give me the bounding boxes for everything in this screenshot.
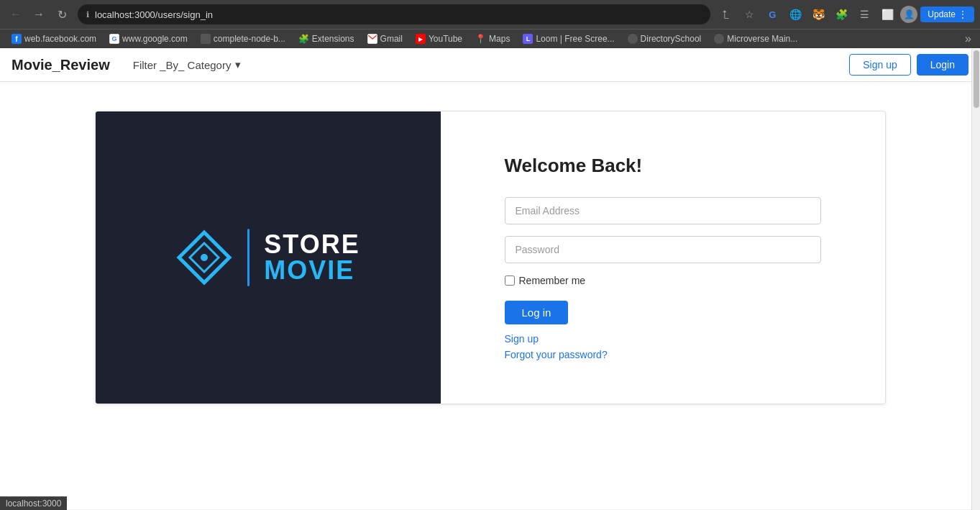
bookmark-maps[interactable]: 📍 Maps — [470, 32, 516, 46]
info-icon: ℹ — [86, 10, 89, 19]
bookmark-gmail-label: Gmail — [380, 34, 403, 44]
right-panel: Welcome Back! Remember me Log in Si — [441, 111, 885, 404]
star-button[interactable]: ☆ — [739, 4, 759, 24]
bookmark-maps-label: Maps — [489, 34, 510, 44]
bookmark-node-label: complete-node-b... — [214, 34, 285, 44]
gmail-favicon — [367, 34, 377, 44]
bookmark-facebook[interactable]: f web.facebook.com — [6, 32, 102, 46]
status-bar: localhost:3000 — [0, 496, 67, 509]
signup-button[interactable]: Sign up — [849, 54, 910, 76]
loom-favicon: L — [523, 34, 533, 44]
bookmarks-bar: f web.facebook.com G www.google.com comp… — [0, 29, 980, 48]
logo-store-text: STORE — [264, 232, 360, 258]
ext-globe-button[interactable]: 🌐 — [785, 4, 805, 24]
update-label: Update — [928, 9, 956, 19]
email-input[interactable] — [505, 197, 821, 224]
bookmarks-more-button[interactable]: » — [962, 31, 974, 47]
bookmark-facebook-label: web.facebook.com — [24, 34, 96, 44]
bookmark-gmail[interactable]: Gmail — [362, 32, 408, 46]
main-content: STORE MOVIE Welcome Back! — [0, 82, 980, 433]
status-url: localhost:3000 — [6, 498, 61, 509]
forgot-password-link[interactable]: Forgot your password? — [505, 349, 608, 360]
logo-divider — [247, 229, 249, 286]
svg-point-2 — [201, 254, 208, 261]
ext-window-button[interactable]: ⬜ — [877, 4, 897, 24]
left-panel: STORE MOVIE — [96, 111, 441, 404]
bookmark-microverse-label: Microverse Main... — [727, 34, 797, 44]
ext-g-button[interactable]: G — [762, 4, 782, 24]
form-links: Sign up Forgot your password? — [505, 333, 608, 360]
logo-icon — [175, 229, 233, 286]
bookmark-extensions-label: Extensions — [312, 34, 354, 44]
node-favicon — [201, 34, 211, 44]
ext-tiger-button[interactable]: 🐯 — [808, 4, 828, 24]
bookmark-google-label: www.google.com — [122, 34, 188, 44]
logo-container: STORE MOVIE — [175, 229, 360, 286]
remember-checkbox[interactable] — [505, 276, 515, 286]
directory-favicon — [628, 34, 638, 44]
welcome-title: Welcome Back! — [505, 155, 643, 177]
update-button[interactable]: Update ⋮ — [920, 6, 974, 22]
bookmark-loom[interactable]: L Loom | Free Scree... — [517, 32, 620, 46]
site-title: Movie_Review — [12, 57, 110, 73]
nav-actions: Sign up Login — [849, 54, 968, 76]
facebook-favicon: f — [12, 34, 22, 44]
bookmark-loom-label: Loom | Free Scree... — [536, 34, 614, 44]
login-button[interactable]: Login — [917, 54, 968, 76]
microverse-favicon — [714, 34, 724, 44]
chevron-down-icon: ▾ — [235, 58, 241, 71]
avatar-button[interactable]: 👤 — [900, 6, 917, 23]
update-icon: ⋮ — [958, 9, 967, 19]
scrollbar-thumb[interactable] — [974, 50, 979, 108]
back-button[interactable]: ← — [6, 4, 26, 24]
signup-link[interactable]: Sign up — [505, 333, 608, 345]
right-panel-inner: Welcome Back! Remember me Log in Si — [505, 155, 821, 360]
address-text: localhost:3000/users/sign_in — [95, 9, 213, 20]
ext-puzzle-button[interactable]: 🧩 — [831, 4, 851, 24]
page-content: Movie_Review Filter _By_ Category ▾ Sign… — [0, 48, 980, 509]
toolbar-actions: ⮤ ☆ G 🌐 🐯 🧩 ☰ ⬜ 👤 Update ⋮ — [716, 4, 974, 24]
logo-movie-text: MOVIE — [264, 258, 360, 283]
google-favicon: G — [109, 34, 119, 44]
extensions-icon: 🧩 — [298, 34, 309, 44]
bookmark-microverse[interactable]: Microverse Main... — [708, 32, 803, 46]
nav-buttons: ← → ↻ — [6, 4, 72, 24]
address-bar[interactable]: ℹ localhost:3000/users/sign_in — [78, 4, 710, 24]
bookmark-extensions[interactable]: 🧩 Extensions — [293, 32, 360, 46]
share-button[interactable]: ⮤ — [716, 4, 736, 24]
youtube-favicon: ▶ — [416, 34, 426, 44]
filter-label: Filter _By_ Category — [133, 59, 232, 71]
filter-dropdown[interactable]: Filter _By_ Category ▾ — [127, 55, 247, 74]
bookmark-youtube-label: YouTube — [429, 34, 462, 44]
password-input[interactable] — [505, 236, 821, 263]
browser-toolbar: ← → ↻ ℹ localhost:3000/users/sign_in ⮤ ☆… — [0, 0, 980, 29]
maps-icon: 📍 — [475, 34, 486, 44]
email-form-group — [505, 197, 821, 224]
bookmark-node[interactable]: complete-node-b... — [195, 32, 291, 46]
bookmark-google[interactable]: G www.google.com — [104, 32, 193, 46]
bookmark-youtube[interactable]: ▶ YouTube — [410, 32, 468, 46]
reload-button[interactable]: ↻ — [52, 4, 72, 24]
bookmark-directory[interactable]: DirectorySchool — [622, 32, 707, 46]
password-form-group — [505, 236, 821, 263]
scrollbar[interactable] — [971, 49, 980, 509]
ext-menu-button[interactable]: ☰ — [854, 4, 874, 24]
bookmark-directory-label: DirectorySchool — [641, 34, 702, 44]
remember-label[interactable]: Remember me — [519, 275, 586, 286]
forward-button[interactable]: → — [29, 4, 49, 24]
log-in-button[interactable]: Log in — [505, 301, 569, 324]
nav-bar: Movie_Review Filter _By_ Category ▾ Sign… — [0, 48, 980, 82]
logo-text: STORE MOVIE — [264, 232, 360, 283]
login-card: STORE MOVIE Welcome Back! — [95, 111, 886, 404]
remember-row: Remember me — [505, 275, 821, 286]
browser-chrome: ← → ↻ ℹ localhost:3000/users/sign_in ⮤ ☆… — [0, 0, 980, 48]
